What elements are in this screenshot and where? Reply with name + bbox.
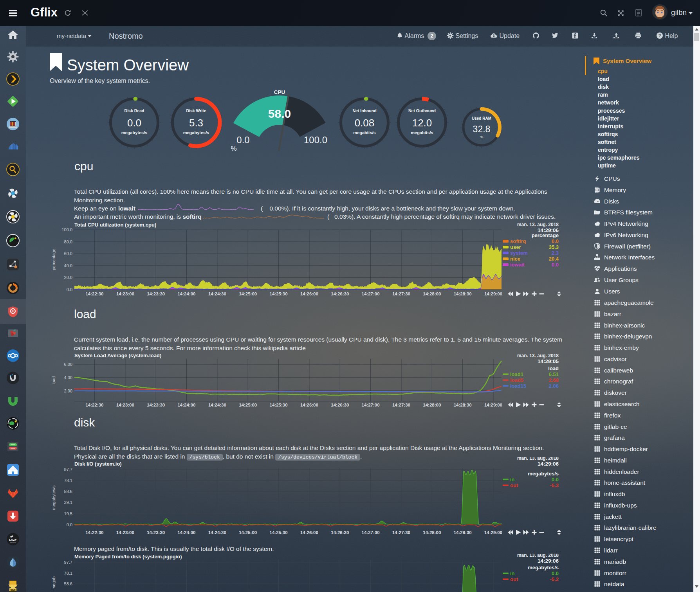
svg-text:softirq: softirq xyxy=(510,238,526,244)
svg-text:20.0: 20.0 xyxy=(64,275,72,280)
svg-text:out: out xyxy=(510,576,518,582)
svg-text:Total CPU utilization (system.: Total CPU utilization (system.cpu) xyxy=(74,222,156,228)
svg-text:58.0: 58.0 xyxy=(268,107,291,120)
svg-text:in: in xyxy=(510,477,515,482)
svg-text:14:28:30: 14:28:30 xyxy=(454,530,472,535)
svg-text:load: load xyxy=(51,376,56,385)
svg-text:Net Inbound: Net Inbound xyxy=(352,108,376,113)
svg-text:0.0: 0.0 xyxy=(552,238,559,244)
svg-text:man. 13. aug. 2018: man. 13. aug. 2018 xyxy=(517,222,559,227)
svg-text:14:29:00: 14:29:00 xyxy=(484,292,502,296)
svg-text:14:24:00: 14:24:00 xyxy=(177,292,195,296)
svg-text:14:23:00: 14:23:00 xyxy=(116,403,134,407)
svg-text:20.4: 20.4 xyxy=(549,256,559,262)
svg-text:2.68: 2.68 xyxy=(549,377,559,383)
svg-text:14:25:30: 14:25:30 xyxy=(270,292,288,296)
svg-text:Memory Paged from/to disk (sys: Memory Paged from/to disk (system.pgpgio… xyxy=(74,554,182,560)
svg-text:14:27:00: 14:27:00 xyxy=(362,403,380,407)
svg-text:14:26:00: 14:26:00 xyxy=(300,292,318,296)
svg-text:percentage: percentage xyxy=(51,248,56,270)
svg-text:14:22:30: 14:22:30 xyxy=(85,292,103,296)
svg-text:14:24:30: 14:24:30 xyxy=(208,530,226,535)
svg-text:14:27:30: 14:27:30 xyxy=(392,530,410,535)
svg-text:0.0: 0.0 xyxy=(552,570,559,576)
svg-text:14:28:00: 14:28:00 xyxy=(423,403,441,407)
svg-text:14:23:00: 14:23:00 xyxy=(116,530,134,535)
svg-text:19.5: 19.5 xyxy=(64,511,72,516)
svg-text:35.3: 35.3 xyxy=(549,244,559,250)
svg-text:14:29:06: 14:29:06 xyxy=(538,461,559,467)
svg-text:78.1: 78.1 xyxy=(64,478,72,483)
svg-text:user: user xyxy=(510,244,521,250)
svg-text:14:25:00: 14:25:00 xyxy=(239,292,257,296)
svg-text:14:23:30: 14:23:30 xyxy=(147,530,165,535)
svg-text:14:26:30: 14:26:30 xyxy=(331,403,349,407)
svg-text:load: load xyxy=(548,365,559,371)
svg-text:12.0: 12.0 xyxy=(412,117,432,129)
svg-text:100.0: 100.0 xyxy=(61,227,72,232)
svg-text:14:24:00: 14:24:00 xyxy=(177,403,195,407)
svg-text:Used RAM: Used RAM xyxy=(472,116,491,121)
svg-text:out: out xyxy=(510,482,518,488)
svg-text:0.0: 0.0 xyxy=(67,522,72,527)
svg-text:58.6: 58.6 xyxy=(64,581,72,586)
svg-text:load1: load1 xyxy=(510,371,523,377)
svg-text:man. 13. aug. 2018: man. 13. aug. 2018 xyxy=(517,353,559,358)
svg-text:78.1: 78.1 xyxy=(64,571,72,576)
svg-text:14:26:00: 14:26:00 xyxy=(300,403,318,407)
svg-text:14:27:30: 14:27:30 xyxy=(392,403,410,407)
svg-text:2.3: 2.3 xyxy=(552,250,559,256)
svg-text:0.0: 0.0 xyxy=(236,135,249,145)
svg-text:percentage: percentage xyxy=(532,232,559,238)
svg-text:Disk I/O (system.io): Disk I/O (system.io) xyxy=(74,461,122,467)
svg-text:man. 13. aug. 2018: man. 13. aug. 2018 xyxy=(517,457,559,461)
svg-text:14:28:00: 14:28:00 xyxy=(423,292,441,296)
svg-text:0.0: 0.0 xyxy=(67,287,72,292)
svg-text:6.00: 6.00 xyxy=(64,362,72,367)
svg-text:14:27:30: 14:27:30 xyxy=(392,292,410,296)
svg-text:4.00: 4.00 xyxy=(64,375,72,380)
svg-text:60.0: 60.0 xyxy=(64,251,72,256)
svg-text:Disk Read: Disk Read xyxy=(124,108,144,113)
svg-text:6.51: 6.51 xyxy=(549,371,559,377)
svg-text:97.7: 97.7 xyxy=(64,560,72,565)
svg-text:megabytes/s: megabytes/s xyxy=(183,130,209,135)
svg-text:megabytes/s: megabytes/s xyxy=(51,485,56,510)
svg-text:2.06: 2.06 xyxy=(549,383,559,389)
svg-text:megabytes/s: megabytes/s xyxy=(528,471,559,477)
svg-text:0.0: 0.0 xyxy=(552,477,559,482)
svg-text:megab: megab xyxy=(51,576,56,590)
svg-text:0.08: 0.08 xyxy=(355,117,375,129)
svg-text:14:22:30: 14:22:30 xyxy=(85,530,103,535)
svg-text:14:29:00: 14:29:00 xyxy=(484,530,502,535)
svg-text:14:26:30: 14:26:30 xyxy=(331,292,349,296)
svg-text:40.0: 40.0 xyxy=(64,263,72,268)
svg-text:0.0: 0.0 xyxy=(127,117,141,129)
svg-text:80.0: 80.0 xyxy=(64,239,72,244)
svg-text:14:26:00: 14:26:00 xyxy=(300,530,318,535)
svg-text:%: % xyxy=(231,145,236,152)
svg-text:14:27:00: 14:27:00 xyxy=(362,292,380,296)
svg-text:14:25:30: 14:25:30 xyxy=(270,403,288,407)
svg-text:5.3: 5.3 xyxy=(189,117,203,129)
svg-text:-5.2: -5.2 xyxy=(550,576,559,582)
svg-text:32.8: 32.8 xyxy=(473,124,491,134)
svg-text:load5: load5 xyxy=(510,377,523,383)
svg-text:CPU: CPU xyxy=(274,89,285,95)
svg-text:14:25:00: 14:25:00 xyxy=(239,403,257,407)
svg-text:14:28:00: 14:28:00 xyxy=(423,530,441,535)
svg-text:100.0: 100.0 xyxy=(304,135,327,145)
svg-text:14:27:00: 14:27:00 xyxy=(362,530,380,535)
svg-text:58.6: 58.6 xyxy=(64,489,72,494)
svg-text:14:26:30: 14:26:30 xyxy=(331,530,349,535)
svg-text:14:23:30: 14:23:30 xyxy=(147,403,165,407)
svg-text:-5.3: -5.3 xyxy=(550,482,559,488)
svg-text:load15: load15 xyxy=(510,383,526,389)
svg-text:14:28:30: 14:28:30 xyxy=(454,403,472,407)
svg-text:system: system xyxy=(510,250,528,256)
svg-text:14:29:05: 14:29:05 xyxy=(538,358,559,364)
svg-text:14:25:00: 14:25:00 xyxy=(239,530,257,535)
svg-text:14:24:30: 14:24:30 xyxy=(208,403,226,407)
svg-text:0.0: 0.0 xyxy=(552,262,559,268)
svg-text:man. 13. aug. 2018: man. 13. aug. 2018 xyxy=(517,554,559,558)
